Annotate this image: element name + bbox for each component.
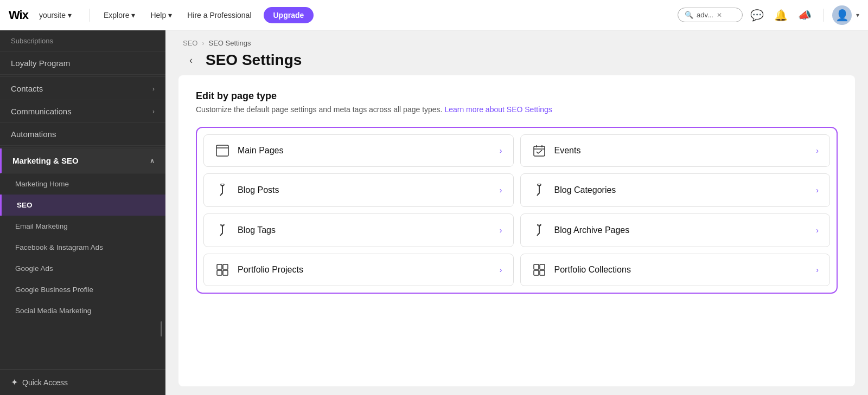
portfolio-projects-label: Portfolio Projects [238,265,303,275]
breadcrumb-separator: › [202,40,204,47]
page-type-card-portfolio-collections[interactable]: Portfolio Collections › [520,254,831,286]
calendar-icon [532,145,547,157]
blog-tags-label: Blog Tags [238,225,276,235]
grid-icon-portfolio-projects [215,264,230,276]
help-menu[interactable]: Help ▾ [145,8,177,23]
breadcrumb-current: SEO Settings [208,39,251,47]
notifications-button[interactable]: 🔔 [771,5,790,25]
browser-icon [215,145,230,157]
content-header: SEO › SEO Settings ‹ SEO Settings [165,30,868,75]
blog-categories-label: Blog Categories [554,185,616,195]
page-type-card-portfolio-projects[interactable]: Portfolio Projects › [203,254,514,286]
page-types-grid-wrapper: Main Pages › [196,127,838,294]
events-chevron: › [816,146,819,155]
edit-section-desc-text: Customize the default page settings and … [196,105,443,114]
learn-more-link[interactable]: Learn more about SEO Settings [444,105,552,114]
sidebar-item-loyalty-program[interactable]: Loyalty Program [0,52,165,75]
back-button[interactable]: ‹ [183,52,199,68]
upgrade-button[interactable]: Upgrade [264,7,314,23]
page-type-card-left-blog-tags: Blog Tags [215,224,276,237]
pen-icon-blog-tags [215,224,230,237]
svg-rect-0 [216,145,228,156]
breadcrumb-parent[interactable]: SEO [183,39,197,47]
google-business-profile-label: Google Business Profile [15,286,93,294]
svg-rect-19 [223,264,228,269]
edit-section-title: Edit by page type [196,90,838,102]
nav-divider-1 [89,9,90,22]
sidebar-item-contacts[interactable]: Contacts › [0,77,165,100]
search-icon: 🔍 [685,11,693,19]
email-marketing-label: Email Marketing [15,222,68,230]
sidebar-item-google-business-profile[interactable]: Google Business Profile [0,279,165,300]
subscriptions-label: Subscriptions [11,37,53,45]
svg-rect-20 [217,270,222,275]
sidebar-item-marketing-home[interactable]: Marketing Home [0,173,165,195]
search-close-icon[interactable]: ✕ [717,11,722,19]
sidebar-more-indicator [0,321,165,338]
search-bar[interactable]: 🔍 adv... ✕ [678,8,743,22]
blog-posts-label: Blog Posts [238,185,279,195]
main-pages-label: Main Pages [238,146,284,156]
page-type-card-blog-categories[interactable]: Blog Categories › [520,173,831,207]
sidebar-spacer [0,338,165,369]
fb-instagram-ads-label: Facebook & Instagram Ads [15,243,103,251]
chat-button[interactable]: 💬 [747,5,767,25]
contacts-label: Contacts [11,84,43,93]
marketing-seo-chevron: ∧ [150,157,155,165]
blog-archive-label: Blog Archive Pages [554,225,630,235]
user-avatar[interactable]: 👤 [832,5,852,25]
sidebar-item-marketing-seo[interactable]: Marketing & SEO ∧ [0,148,165,173]
sidebar-quick-access[interactable]: ✦ Quick Access [0,369,165,395]
communications-chevron: › [152,108,155,115]
explore-menu[interactable]: Explore ▾ [98,8,141,23]
blog-posts-chevron: › [500,186,502,195]
svg-marker-17 [537,234,539,236]
page-type-card-blog-archive[interactable]: Blog Archive Pages › [520,213,831,247]
svg-rect-25 [540,270,545,275]
page-type-card-blog-tags[interactable]: Blog Tags › [203,213,514,247]
hire-professional-link[interactable]: Hire a Professional [182,8,257,23]
megaphone-icon: 📣 [798,9,812,22]
pen-icon-blog-categories [532,184,547,197]
pen-icon-blog-posts [215,184,230,197]
sidebar-item-automations[interactable]: Automations [0,123,165,146]
page-types-grid: Main Pages › [203,134,830,286]
sidebar-item-email-marketing[interactable]: Email Marketing [0,216,165,237]
portfolio-collections-label: Portfolio Collections [554,265,631,275]
sidebar-item-subscriptions[interactable]: Subscriptions [0,30,165,52]
sidebar: Subscriptions Loyalty Program Contacts ›… [0,30,165,395]
explore-chevron: ▾ [131,11,135,20]
hire-professional-label: Hire a Professional [187,11,251,20]
chat-icon: 💬 [750,9,764,22]
page-title-row: ‹ SEO Settings [183,51,851,69]
svg-marker-14 [220,234,222,236]
page-type-card-blog-posts[interactable]: Blog Posts › [203,173,514,207]
automations-label: Automations [11,129,56,139]
content-area: SEO › SEO Settings ‹ SEO Settings Edit b… [165,30,868,395]
quick-access-label: Quick Access [22,378,68,387]
svg-rect-23 [540,264,545,269]
sidebar-item-google-ads[interactable]: Google Ads [0,258,165,279]
page-type-card-main-pages[interactable]: Main Pages › [203,134,514,167]
wix-logo: Wix [9,8,28,22]
contacts-chevron: › [152,85,155,93]
seo-settings-card: Edit by page type Customize the default … [178,75,855,386]
help-label: Help [150,11,166,20]
page-type-card-left-blog-archive: Blog Archive Pages [532,224,630,237]
sidebar-item-seo[interactable]: SEO [0,195,165,216]
marketing-seo-label: Marketing & SEO [12,156,79,165]
help-chevron: ▾ [168,11,172,20]
megaphone-button[interactable]: 📣 [795,5,814,25]
sidebar-item-social-media-marketing[interactable]: Social Media Marketing [0,300,165,321]
page-type-card-left-events: Events [532,145,581,157]
site-name: yoursite [39,11,66,20]
sidebar-item-communications[interactable]: Communications › [0,100,165,123]
nav-divider-2 [823,9,824,22]
page-title: SEO Settings [206,51,302,69]
avatar-chevron[interactable]: ▾ [856,11,859,19]
svg-rect-21 [223,270,228,275]
top-navigation: Wix yoursite ▾ Explore ▾ Help ▾ Hire a P… [0,0,868,30]
site-selector[interactable]: yoursite ▾ [35,9,76,22]
sidebar-item-fb-instagram-ads[interactable]: Facebook & Instagram Ads [0,237,165,258]
page-type-card-events[interactable]: Events › [520,134,831,167]
